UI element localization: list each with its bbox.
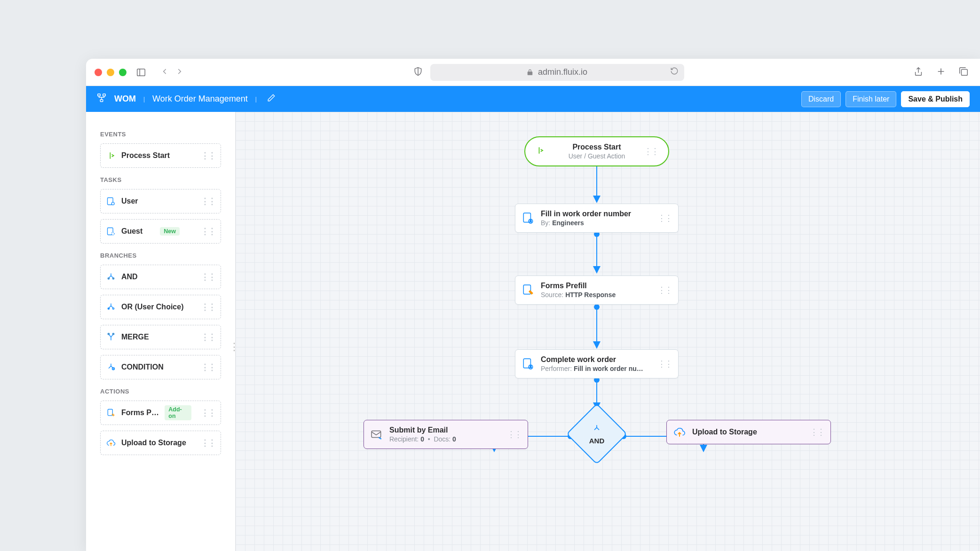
section-events-label: EVENTS [100,131,221,138]
upload-cloud-icon [106,438,116,448]
node-title: Submit by Email [389,426,456,434]
node-title: Process Start [572,143,621,151]
process-start-icon [106,151,116,160]
drag-handle-icon [657,285,672,295]
form-user-icon [522,358,534,370]
palette-and[interactable]: AND [100,265,221,289]
svg-point-18 [112,333,114,335]
save-publish-button[interactable]: Save & Publish [901,91,970,107]
page-title: Work Order Management [152,94,248,104]
svg-point-16 [112,308,114,309]
back-button[interactable] [160,67,169,78]
privacy-icon[interactable] [413,67,423,78]
svg-point-19 [112,368,115,370]
section-branches-label: BRANCHES [100,252,221,259]
svg-rect-0 [137,69,145,76]
svg-point-17 [108,333,109,335]
palette-condition[interactable]: CONDITION [100,355,221,379]
upload-cloud-icon [673,426,686,438]
drag-handle-icon [657,359,672,369]
sidebar-collapse-handle[interactable] [232,341,236,353]
minimize-window-icon[interactable] [107,69,114,76]
url-text: admin.fluix.io [538,67,587,77]
finish-later-button[interactable]: Finish later [846,91,896,107]
node-title: Forms Prefill [541,282,616,290]
guest-icon [106,227,116,236]
node-label: AND [589,437,605,445]
window-traffic-lights [95,69,126,76]
node-submit-by-email[interactable]: Submit by Email Recipient: 0 • Docs: 0 [364,420,528,449]
forms-prefill-icon [106,408,116,417]
drag-handle-icon [810,427,824,437]
svg-point-13 [108,278,109,279]
edit-icon[interactable] [267,94,276,104]
forms-prefill-icon [522,284,534,296]
close-window-icon[interactable] [95,69,102,76]
palette-upload-storage[interactable]: Upload to Storage [100,431,221,455]
palette-process-start[interactable]: Process Start [100,143,221,168]
node-upload-to-storage[interactable]: Upload to Storage [666,420,831,444]
tabs-overview-icon[interactable] [958,66,969,79]
app-header: WOM | Work Order Management | Discard Fi… [86,86,980,112]
branch-condition-icon [106,362,116,372]
node-title: Upload to Storage [692,428,757,436]
node-complete-work-order[interactable]: Complete work order Performer: Fill in w… [515,349,679,378]
breadcrumb-sep: | [143,96,145,102]
drag-handle-icon [201,272,215,282]
address-bar[interactable]: admin.fluix.io [430,64,684,81]
branch-and-icon [592,424,601,435]
breadcrumb-short[interactable]: WOM [114,94,136,104]
browser-chrome: admin.fluix.io [86,59,980,86]
palette-guest[interactable]: Guest New [100,219,221,244]
node-process-start[interactable]: Process Start User / Guest Action [524,136,669,166]
svg-rect-33 [371,431,381,437]
node-subtitle: Source: HTTP Response [541,291,616,299]
user-icon [106,197,116,206]
drag-handle-icon [507,429,521,440]
section-actions-label: ACTIONS [100,388,221,395]
forward-button[interactable] [175,67,184,78]
svg-rect-6 [98,94,101,96]
drag-handle-icon [201,302,215,312]
workflow-canvas[interactable]: Process Start User / Guest Action Fill i… [236,112,980,551]
node-title: Fill in work order number [541,210,631,218]
svg-point-14 [112,278,114,279]
node-branch-and[interactable]: AND [569,406,625,462]
palette-merge[interactable]: MERGE [100,325,221,349]
svg-rect-7 [103,94,106,96]
branch-merge-icon [106,332,116,342]
svg-rect-29 [523,285,530,294]
new-badge: New [160,227,180,236]
drag-handle-icon [201,438,215,448]
palette-forms-prefill[interactable]: Forms Pr… Add-on [100,401,221,425]
breadcrumb-sep: | [255,96,257,102]
fullscreen-window-icon[interactable] [119,69,126,76]
process-start-icon [536,146,545,157]
drag-handle-icon [657,213,672,223]
discard-button[interactable]: Discard [801,91,841,107]
palette-user[interactable]: User [100,189,221,213]
palette-or[interactable]: OR (User Choice) [100,295,221,319]
addon-badge: Add-on [165,405,191,420]
drag-handle-icon [201,408,215,418]
svg-rect-8 [100,100,103,102]
node-subtitle: By: Engineers [541,219,631,227]
email-send-icon [371,428,383,441]
reload-icon[interactable] [670,67,679,78]
palette-sidebar: EVENTS Process Start TASKS User [86,112,236,551]
new-tab-icon[interactable] [936,66,946,79]
form-user-icon [522,212,534,224]
node-forms-prefill[interactable]: Forms Prefill Source: HTTP Response [515,276,679,305]
node-subtitle: User / Guest Action [569,152,625,160]
node-fill-work-order-number[interactable]: Fill in work order number By: Engineers [515,204,679,233]
drag-handle-icon [201,332,215,342]
node-subtitle: Performer: Fill in work order nu… [541,365,643,372]
drag-handle-icon [201,226,215,236]
branch-and-icon [106,272,116,282]
drag-handle-icon [201,196,215,206]
svg-point-15 [108,308,109,309]
node-subtitle: Recipient: 0 • Docs: 0 [389,435,456,443]
share-icon[interactable] [913,66,924,79]
node-title: Complete work order [541,355,643,364]
sidebar-toggle-icon[interactable] [136,67,146,78]
